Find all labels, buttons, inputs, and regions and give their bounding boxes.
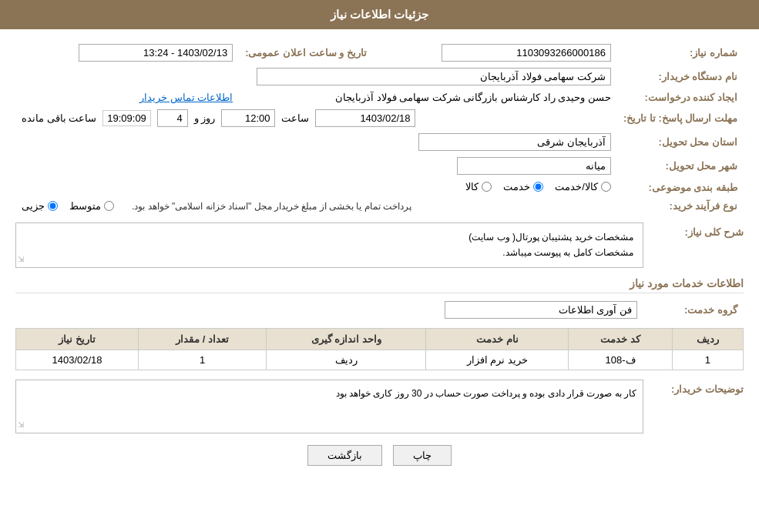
buyer-notes-label: توضیحات خریدار: <box>651 380 744 395</box>
purchase-type-label-jozyi: جزیی <box>22 200 45 212</box>
buyer-notes-section: توضیحات خریدار: کار به صورت قرار دادی بو… <box>15 380 744 433</box>
purchase-type-row: پرداخت تمام یا بخشی از مبلغ خریدار مجل "… <box>22 200 611 212</box>
category-label-khedmat: خدمت <box>503 181 530 192</box>
cell-code: ف-108 <box>569 350 672 370</box>
buyer-notes-resize-icon: ⇲ <box>18 419 24 431</box>
response-time-value: 12:00 <box>221 109 275 127</box>
purchase-type-option-motavaset[interactable]: متوسط <box>69 200 114 212</box>
resize-icon: ⇲ <box>18 253 24 266</box>
category-label: طبقه بندی موضوعی: <box>617 178 744 197</box>
cell-quantity: 1 <box>139 350 267 370</box>
province-label: استان محل تحویل: <box>617 130 744 154</box>
col-quantity: تعداد / مقدار <box>139 328 267 350</box>
purchase-type-note: پرداخت تمام یا بخشی از مبلغ خریدار مجل "… <box>132 201 411 212</box>
col-service-code: کد خدمت <box>569 328 672 350</box>
buyer-org-label: نام دستگاه خریدار: <box>617 65 744 89</box>
services-table-header: ردیف کد خدمت نام خدمت واحد اندازه گیری ت… <box>16 328 744 350</box>
days-remaining-value: 4 <box>157 109 188 127</box>
need-number-label: شماره نیاز: <box>617 41 744 65</box>
services-section-title: اطلاعات خدمات مورد نیاز <box>15 277 744 293</box>
city-value: میانه <box>457 157 611 175</box>
response-deadline-label: مهلت ارسال پاسخ: تا تاریخ: <box>617 106 744 130</box>
need-description-line1: مشخصات خرید پشتیبان پورتال( وب سایت) <box>25 229 633 245</box>
category-option-khedmat[interactable]: خدمت <box>503 181 543 192</box>
response-time-label: ساعت <box>281 112 309 124</box>
time-remaining-label: ساعت باقی مانده <box>22 112 96 124</box>
row-city: شهر محل تحویل: میانه <box>15 154 744 178</box>
row-province: استان محل تحویل: آذربایجان شرقی <box>15 130 744 154</box>
row-need-number: شماره نیاز: 1103093266000186 تاریخ و ساع… <box>15 41 744 65</box>
purchase-type-label-motavaset: متوسط <box>69 200 101 212</box>
info-table: شماره نیاز: 1103093266000186 تاریخ و ساع… <box>15 41 744 215</box>
cell-row: 1 <box>672 350 743 370</box>
need-description-line2: مشخصات کامل به پیوست میباشد. <box>25 245 633 260</box>
purchase-type-radio-motavaset[interactable] <box>104 201 114 211</box>
province-value: آذربایجان شرقی <box>418 133 611 151</box>
category-label-kala-khedmat: کالا/خدمت <box>555 181 598 192</box>
category-option-kala[interactable]: کالا <box>465 181 492 192</box>
deadline-row: 1403/02/18 ساعت 12:00 روز و 4 19:09:09 س… <box>22 109 611 127</box>
col-unit: واحد اندازه گیری <box>267 328 426 350</box>
city-label: شهر محل تحویل: <box>617 154 744 178</box>
need-description-label: شرح کلی نیاز: <box>651 223 744 238</box>
announce-date-value: 1403/02/13 - 13:24 <box>79 44 233 62</box>
buyer-notes-box: کار به صورت قرار دادی بوده و پرداخت صورت… <box>15 380 643 433</box>
print-button[interactable]: چاپ <box>393 445 452 466</box>
row-response-deadline: مهلت ارسال پاسخ: تا تاریخ: 1403/02/18 سا… <box>15 106 744 130</box>
services-table: ردیف کد خدمت نام خدمت واحد اندازه گیری ت… <box>15 328 744 370</box>
col-service-name: نام خدمت <box>426 328 569 350</box>
service-group-label: گروه خدمت: <box>643 298 744 322</box>
purchase-type-option-jozyi[interactable]: جزیی <box>22 200 58 212</box>
table-row: 1ف-108خرید نرم افزارردیف11403/02/18 <box>16 350 744 370</box>
page-container: جزئیات اطلاعات نیاز شماره نیاز: 11030932… <box>0 0 759 532</box>
creator-label: ایجاد کننده درخواست: <box>617 89 744 106</box>
category-label-kala: کالا <box>465 181 479 192</box>
row-creator: ایجاد کننده درخواست: حسن وحیدی راد کارشن… <box>15 89 744 106</box>
category-radio-khedmat[interactable] <box>533 182 543 192</box>
response-date-value: 1403/02/18 <box>315 109 415 127</box>
cell-name: خرید نرم افزار <box>426 350 569 370</box>
cell-date: 1403/02/18 <box>16 350 139 370</box>
back-button[interactable]: بازگشت <box>307 445 382 466</box>
category-radio-group: کالا/خدمت خدمت کالا <box>465 181 611 192</box>
purchase-type-label: نوع فرآیند خرید: <box>617 197 744 215</box>
page-title: جزئیات اطلاعات نیاز <box>331 8 428 21</box>
button-row: چاپ بازگشت <box>15 445 744 466</box>
buyer-org-value: شرکت سهامی فولاد آذربایجان <box>257 68 611 85</box>
announce-date-label: تاریخ و ساعت اعلان عمومی: <box>239 41 373 65</box>
contact-link[interactable]: اطلاعات تماس خریدار <box>139 92 233 103</box>
row-buyer-org: نام دستگاه خریدار: شرکت سهامی فولاد آذرب… <box>15 65 744 89</box>
category-radio-kala-khedmat[interactable] <box>601 182 611 192</box>
day-label: روز و <box>194 112 216 124</box>
row-purchase-type: نوع فرآیند خرید: پرداخت تمام یا بخشی از … <box>15 197 744 215</box>
purchase-type-radio-group: متوسط جزیی <box>22 200 114 212</box>
need-description-section: شرح کلی نیاز: مشخصات خرید پشتیبان پورتال… <box>15 223 744 268</box>
content-area: شماره نیاز: 1103093266000186 تاریخ و ساع… <box>0 29 759 489</box>
category-option-kala-khedmat[interactable]: کالا/خدمت <box>555 181 611 192</box>
service-group-value: فن آوری اطلاعات <box>445 301 637 319</box>
need-number-value: 1103093266000186 <box>442 44 611 62</box>
buyer-notes-content: کار به صورت قرار دادی بوده و پرداخت صورت… <box>336 388 636 399</box>
col-date: تاریخ نیاز <box>16 328 139 350</box>
page-header: جزئیات اطلاعات نیاز <box>0 0 759 29</box>
row-category: طبقه بندی موضوعی: کالا/خدمت خدمت <box>15 178 744 197</box>
service-group-table: گروه خدمت: فن آوری اطلاعات <box>15 298 744 322</box>
time-remaining-value: 19:09:09 <box>102 110 151 126</box>
purchase-type-radio-jozyi[interactable] <box>48 201 58 211</box>
col-row-num: ردیف <box>672 328 743 350</box>
service-group-row: گروه خدمت: فن آوری اطلاعات <box>15 298 744 322</box>
category-radio-kala[interactable] <box>482 182 492 192</box>
cell-unit: ردیف <box>267 350 426 370</box>
creator-value: حسن وحیدی راد کارشناس بازرگانی شرکت سهام… <box>335 92 611 103</box>
need-description-box: مشخصات خرید پشتیبان پورتال( وب سایت) مشخ… <box>15 223 643 268</box>
